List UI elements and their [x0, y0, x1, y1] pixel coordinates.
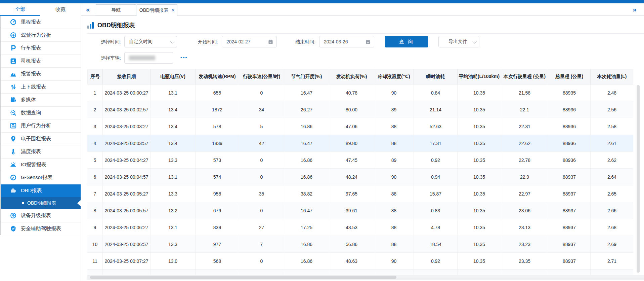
- time-type-select[interactable]: 自定义时间: [124, 36, 177, 47]
- sidebar-item-用户行为分析[interactable]: 用户行为分析: [1, 119, 81, 133]
- sidebar-item-温度报表[interactable]: 温度报表: [1, 145, 81, 159]
- table-cell: 90: [374, 169, 414, 185]
- table-cell: 13.1: [151, 84, 196, 101]
- obd-table: 序号接收日期电瓶电压(V)发动机转速(RPM)行驶车速(公里/时)节气门开度(%…: [87, 69, 634, 275]
- table-row[interactable]: 102024-03-25 00:06:5713.3977716.8656.868…: [87, 236, 633, 253]
- start-date-input[interactable]: 2024-02-27: [222, 36, 277, 47]
- table-cell: 88: [374, 219, 414, 236]
- table-cell: 97.65: [329, 185, 374, 202]
- sidebar-item-多媒体[interactable]: 多媒体: [1, 94, 81, 107]
- sidebar-item-设备升级报表[interactable]: 设备升级报表: [1, 209, 81, 222]
- sidebar-item-label: 行车报表: [21, 45, 41, 51]
- tab-obd-detail-report[interactable]: OBD明细报表 ×: [137, 4, 177, 16]
- table-row[interactable]: 122024-03-25 00:07:5713.217471421.0650.9…: [87, 270, 633, 275]
- table-row[interactable]: 32024-03-25 00:03:2713.4578516.8647.0688…: [87, 118, 633, 135]
- table-row[interactable]: 72024-03-25 00:05:2713.39583538.8297.658…: [87, 185, 633, 202]
- table-row[interactable]: 42024-03-25 00:03:5713.418394216.4789.80…: [87, 135, 633, 152]
- sidebar-tab-all[interactable]: 全部: [0, 3, 40, 16]
- tab-navigation[interactable]: 导航: [96, 4, 136, 16]
- sidebar-item-OBD报表[interactable]: OBD报表: [1, 184, 81, 198]
- vertical-scrollbar-thumb[interactable]: [637, 85, 640, 273]
- table-row[interactable]: 112024-03-25 00:07:2713.0568016.8648.639…: [87, 253, 633, 270]
- table-cell: 2.65: [591, 185, 633, 202]
- export-file-select[interactable]: 导出文件: [438, 36, 479, 47]
- column-header: 平均油耗(L/100km): [458, 69, 501, 84]
- table-cell: 1: [87, 84, 103, 101]
- table-cell: 0: [239, 84, 284, 101]
- table-cell: 1839: [196, 135, 239, 152]
- user-behavior-icon: [10, 122, 16, 129]
- table-cell: 23.35: [501, 253, 548, 270]
- sidebar-tabs: 全部 收藏: [0, 3, 81, 16]
- sidebar-tab-favorites[interactable]: 收藏: [40, 3, 81, 16]
- speedometer-icon: [10, 19, 16, 26]
- sidebar-item-驾驶行为分析[interactable]: 驾驶行为分析: [1, 29, 81, 42]
- table-row[interactable]: 92024-03-25 00:06:2713.18392717.2543.538…: [87, 219, 633, 236]
- vehicle-input[interactable]: [124, 52, 173, 64]
- table-cell: 88937: [548, 219, 591, 236]
- table-row[interactable]: 22024-03-25 00:02:5713.418723426.2780.00…: [87, 101, 633, 118]
- sidebar-item-上下线报表[interactable]: 上下线报表: [1, 81, 81, 94]
- table-cell: 0.84: [414, 84, 458, 101]
- table-cell: 568: [196, 253, 239, 270]
- table-cell: 26.27: [284, 101, 329, 118]
- table-cell: 22.1: [501, 101, 548, 118]
- table-cell: 89: [374, 270, 414, 275]
- table-cell: 2.68: [591, 219, 633, 236]
- column-header: 总里程 (公里): [548, 69, 591, 84]
- expand-tabs-icon[interactable]: »: [633, 5, 637, 14]
- table-cell: 42: [239, 135, 284, 152]
- sidebar-item-里程报表[interactable]: 里程报表: [1, 16, 81, 29]
- page-content: OBD明细报表 选择时间: 自定义时间 开始时间: 2024-02-27 结束时…: [81, 16, 644, 281]
- table-row[interactable]: 12024-03-25 00:00:2713.1655016.4740.7890…: [87, 84, 633, 101]
- redacted-vehicle-value: [129, 56, 155, 60]
- updown-arrows-icon: [10, 83, 16, 90]
- table-cell: 88937: [548, 169, 591, 185]
- close-tab-icon[interactable]: ×: [171, 8, 175, 13]
- sidebar-item-label: 电子围栏报表: [21, 136, 51, 142]
- table-cell: 10: [87, 236, 103, 253]
- table-cell: 2.71: [591, 253, 633, 270]
- end-time-label: 结束时间:: [295, 36, 315, 47]
- multimedia-icon: [10, 97, 16, 103]
- sidebar-item-行车报表[interactable]: 行车报表: [1, 42, 81, 55]
- table-cell: 88: [374, 135, 414, 152]
- column-header: 发动机负荷(%): [329, 69, 374, 84]
- sidebar-item-label: 司机报表: [21, 58, 41, 64]
- collapse-tabs-icon[interactable]: «: [86, 5, 90, 14]
- table-cell: 679: [196, 202, 239, 219]
- table-cell: 2024-03-25 00:04:27: [103, 152, 151, 169]
- sidebar-item-label: IO报警报表: [21, 162, 46, 168]
- parking-icon: [10, 45, 16, 51]
- end-date-input[interactable]: 2024-03-26: [319, 36, 374, 47]
- table-cell: 0.94: [414, 169, 458, 185]
- sidebar-item-安全辅助驾驶报表[interactable]: 安全辅助驾驶报表: [1, 222, 81, 236]
- table-row[interactable]: 62024-03-25 00:04:5713.1574016.8648.2490…: [87, 169, 633, 185]
- chevron-down-icon: [473, 40, 476, 43]
- sidebar-item-数据查询[interactable]: 数据查询: [1, 107, 81, 120]
- vehicle-select-label: 选择车辆:: [101, 52, 121, 64]
- sidebar-item-电子围栏报表[interactable]: 电子围栏报表: [1, 133, 81, 146]
- table-cell: 13.4: [151, 135, 196, 152]
- table-cell: 35: [239, 185, 284, 202]
- table-row[interactable]: 82024-03-25 00:05:5713.2679016.4739.6188…: [87, 202, 633, 219]
- table-cell: 88936: [548, 135, 591, 152]
- column-header: 行驶车速(公里/时): [239, 69, 284, 84]
- table-cell: 13.1: [151, 219, 196, 236]
- table-row[interactable]: 52024-03-25 00:04:2713.3573016.8647.4589…: [87, 152, 633, 169]
- table-header-row: 序号接收日期电瓶电压(V)发动机转速(RPM)行驶车速(公里/时)节气门开度(%…: [87, 69, 633, 84]
- sidebar-subitem-OBD明细报表[interactable]: OBD明细报表: [1, 197, 81, 209]
- table-cell: 22.9: [501, 169, 548, 185]
- horizontal-scrollbar-thumb[interactable]: [90, 276, 396, 279]
- query-button[interactable]: 查 询: [385, 36, 428, 47]
- table-cell: 47.06: [329, 118, 374, 135]
- table-cell: 574: [196, 169, 239, 185]
- table-cell: 15.87: [414, 185, 458, 202]
- vehicle-more-button[interactable]: •••: [180, 52, 188, 64]
- sidebar-item-司机报表[interactable]: 司机报表: [1, 55, 81, 68]
- table-cell: 13.0: [151, 253, 196, 270]
- sidebar-item-G-Sensor报表[interactable]: G-Sensor报表: [1, 171, 81, 184]
- sidebar-item-报警报表[interactable]: 报警报表: [1, 68, 81, 81]
- table-cell: 40.78: [329, 84, 374, 101]
- sidebar-item-IO报警报表[interactable]: IO报警报表: [1, 159, 81, 172]
